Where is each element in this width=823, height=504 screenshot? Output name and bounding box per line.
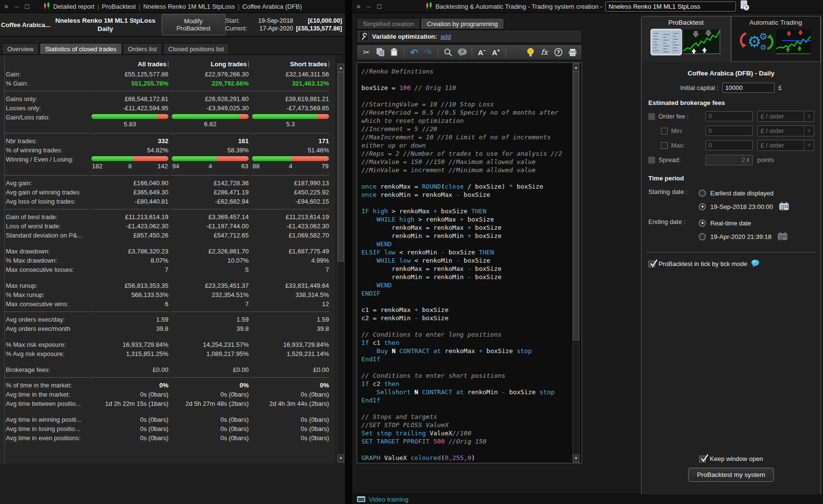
cell-value: -£11,422,594.95 [90,104,170,112]
editor-tab-simplified-creation[interactable]: Simplified creation [357,18,420,30]
scroll-up-icon[interactable]: ▲ [573,63,579,72]
min-fee-checkbox[interactable] [661,128,668,134]
tab-orders-list[interactable]: Orders list [123,43,162,54]
cut-icon[interactable]: ✂ [360,46,372,58]
table-row: Avg time between positio...1d 2h 22m 15s… [4,399,335,408]
cell-value: 7 [90,266,170,273]
tick-mode-checkbox[interactable] [648,261,655,267]
probacktest-my-system-button[interactable]: ProBacktest my system [688,468,774,482]
row-label: Avg time in winning positi... [4,416,90,423]
copy-icon[interactable] [374,46,386,58]
starting-date-option-1: 19-Sep-2018 23:00:00 [699,200,789,213]
stats-scrollbar[interactable]: ▲ ▼ [337,63,344,463]
code-line: // Conditions to enter short positions [361,371,570,380]
close-icon[interactable]: ✕ [4,3,9,10]
font-decrease-icon[interactable]: A− [476,46,488,58]
instrument-title: Coffee Arabica (DFB) - Daily [642,70,821,77]
code-scrollbar[interactable]: ▲ ▼ [572,63,580,463]
scroll-up-icon[interactable]: ▲ [338,64,344,72]
min-fee-input[interactable] [705,126,753,136]
spinner-arrows-icon[interactable]: ▲▼ [747,158,752,163]
svg-text:⚙: ⚙ [760,43,766,52]
modify-probacktest-button[interactable]: Modify ProBacktest [162,14,225,35]
print-icon[interactable] [567,46,578,58]
calendar-icon[interactable] [778,232,788,242]
system-name-input[interactable] [605,1,736,12]
starting-date-radio-0[interactable] [699,190,706,197]
close-icon[interactable]: ✕ [356,3,361,10]
min-fee-unit-dropdown[interactable]: £ / order▽ [757,125,814,136]
bar-green-fill [252,114,317,119]
tab-automatic-trading[interactable]: Automatic Trading ⚙ ⚙ ⚙ [731,16,821,62]
scroll-thumb[interactable] [338,72,344,262]
max-fee-checkbox[interactable] [661,142,668,149]
cell-value: £33,831,449.64 [251,282,331,289]
cell-value: 321,463.12% [251,80,331,87]
minimize-icon[interactable]: ─ [367,3,371,10]
add-variable-link[interactable]: add [440,33,451,40]
hint-icon[interactable] [524,46,536,58]
max-fee-input[interactable] [705,140,753,150]
cell-value: 0s (0bars) [90,434,170,442]
cell-value: £23,235,451.37 [170,282,251,289]
equity-summary: Start: 19-Sep-2018 [£10,000.00] Current:… [225,17,345,32]
maximize-icon[interactable]: ☐ [25,3,30,10]
starting-date-label: Starting date : [648,186,699,213]
table-row: Brokerage fees:£0.00£0.00£0.00 [4,365,335,374]
code-line: GRAPH ValueX coloured(0,255,0) [361,454,570,462]
order-fee-checkbox[interactable] [648,113,655,120]
minimize-icon[interactable]: ─ [15,3,19,10]
min-fee-unit: £ / order [761,127,784,134]
report-tabs: OverviewStatistics of closed tradesOrder… [0,43,345,55]
search-icon[interactable] [442,46,454,58]
video-training-item[interactable]: Video training [369,496,408,503]
initial-capital-input[interactable] [722,83,775,93]
spread-spinner[interactable]: 2 ▲▼ [705,155,753,165]
doc-help-icon[interactable]: ? [740,0,750,13]
cell-value: £39,619,881.21 [251,95,331,103]
scroll-down-icon[interactable]: ▼ [573,454,579,462]
paste-icon[interactable] [389,46,400,58]
undo-icon[interactable]: ↶ [408,46,420,58]
tab-statistics-of-closed-trades[interactable]: Statistics of closed trades [40,43,121,54]
max-fee-unit-dropdown[interactable]: £ / order▽ [757,140,814,151]
wrench-icon [359,31,369,41]
panel-divider [646,252,816,252]
editor-tab-creation-by-programming[interactable]: Creation by programming [420,18,504,30]
font-increase-icon[interactable]: A+ [490,46,502,58]
help-icon[interactable]: ? [553,46,564,58]
order-fee-input[interactable] [705,111,753,121]
keep-window-checkbox[interactable] [699,456,706,462]
code-line: If c1 then [361,339,570,347]
maximize-icon[interactable]: ☐ [377,3,382,10]
ending-date-radio-0[interactable] [699,220,706,227]
cell-value: -£80,440.81 [90,198,170,205]
automatic-trading-tab-label: Automatic Trading [732,19,821,26]
film-icon [357,496,365,504]
ending-date-radio-1[interactable] [699,233,706,240]
row-label: Winning / Even / Losing: [4,156,90,163]
code-editor[interactable]: //Renko Definitions boxSize = 100 // Ori… [357,62,582,463]
tab-overview[interactable]: Overview [2,43,39,54]
redo-icon[interactable]: ↷ [422,46,434,58]
scroll-thumb[interactable] [573,72,579,341]
bar-green-fill [91,114,157,119]
cell-value: 7 [170,300,251,308]
order-fee-unit-dropdown[interactable]: £ / order▽ [757,111,814,122]
scroll-down-icon[interactable]: ▼ [338,454,344,462]
max-fee-row: Max:£ / order▽ [648,139,821,151]
spread-checkbox[interactable] [648,157,655,163]
comment-icon[interactable]: // [456,46,468,58]
code-line: //Reps = 2 //Number of trades to use for… [361,149,570,158]
ending-date-option-label-0: Real-time date [710,220,751,227]
cell-value: 161 [170,137,251,145]
toolbar-separator [506,47,506,57]
wel-value: 88 [253,163,259,170]
table-row: % Max drawdown:8.07%10.07%4.99% [4,256,335,265]
tab-closed-positions-list[interactable]: Closed positions list [163,43,229,54]
tab-probacktest[interactable]: ProBacktest [642,16,731,62]
function-icon[interactable]: fx [539,46,550,58]
cell-value: 0s (0bars) [90,391,170,398]
starting-date-radio-1[interactable] [699,203,706,210]
calendar-icon[interactable] [779,202,789,212]
